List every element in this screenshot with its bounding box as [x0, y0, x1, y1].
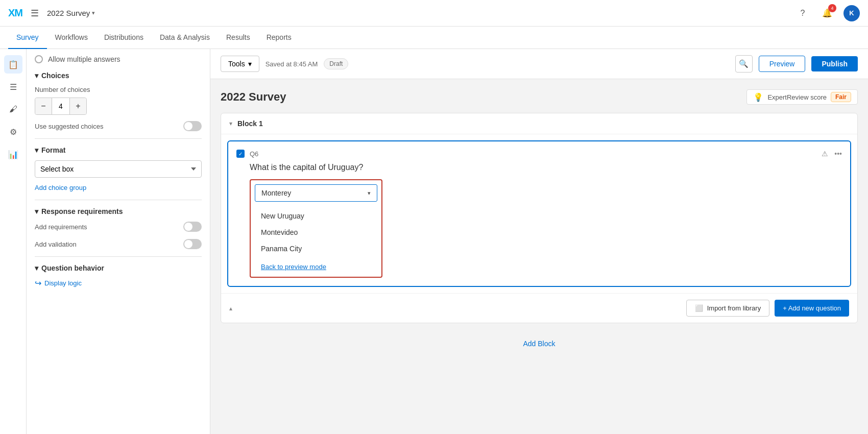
toggle-knob — [184, 122, 192, 130]
fair-badge: Fair — [831, 92, 851, 102]
divider-2 — [35, 200, 202, 200]
title-chevron-icon: ▾ — [92, 10, 95, 16]
main-layout: 📋 ☰ 🖌 ⚙ 📊 Allow multiple answers ▾ Choic… — [0, 49, 868, 434]
publish-button[interactable]: Publish — [811, 56, 858, 71]
tab-survey[interactable]: Survey — [8, 27, 47, 49]
sidebar-paint-icon[interactable]: 🖌 — [4, 100, 22, 118]
add-block-row: Add Block — [221, 331, 858, 356]
hamburger-icon[interactable]: ☰ — [31, 8, 39, 19]
format-section-header[interactable]: ▾ Format — [35, 146, 202, 154]
display-logic-link[interactable]: ↪ Display logic — [35, 278, 202, 288]
format-arrow-icon: ▾ — [35, 146, 38, 154]
tab-bar: Survey Workflows Distributions Data & An… — [0, 27, 868, 49]
sidebar-list-icon[interactable]: ☰ — [4, 78, 22, 96]
dropdown-selected-text: Monterey — [261, 189, 291, 197]
choices-section-header[interactable]: ▾ Choices — [35, 71, 202, 80]
dropdown-option-3[interactable]: Panama City — [251, 240, 381, 257]
num-choices-input[interactable] — [52, 98, 70, 114]
tab-reports[interactable]: Reports — [258, 27, 300, 49]
preview-button[interactable]: Preview — [759, 56, 806, 72]
radio-circle-icon — [35, 55, 43, 63]
ellipsis-menu-icon[interactable]: ••• — [834, 150, 842, 158]
xm-logo: XM — [8, 7, 22, 19]
add-block-link[interactable]: Add Block — [523, 340, 555, 348]
block-header: ▾ Block 1 — [221, 113, 857, 134]
question-checkbox[interactable]: ✓ — [236, 150, 245, 158]
sidebar-report-icon[interactable]: 📊 — [4, 145, 22, 163]
num-choices-control: − + — [35, 98, 87, 115]
survey-name-row: 2022 Survey 💡 ExpertReview score Fair — [221, 89, 858, 105]
expert-review-label: ExpertReview score — [767, 93, 827, 101]
tab-distributions[interactable]: Distributions — [96, 27, 152, 49]
use-suggested-toggle[interactable] — [183, 121, 202, 131]
dropdown-preview: Monterey ▾ New Uruguay Montevideo Panama… — [250, 179, 382, 278]
block-footer-arrow-icon[interactable]: ▴ — [229, 305, 232, 312]
survey-body: 2022 Survey 💡 ExpertReview score Fair ▾ … — [210, 79, 868, 366]
top-nav: XM ☰ 2022 Survey ▾ ? 🔔 4 K — [0, 0, 868, 27]
content-area: Tools ▾ Saved at 8:45 AM Draft 🔍 Preview… — [210, 49, 868, 434]
qb-arrow-icon: ▾ — [35, 264, 38, 272]
add-choice-group-link[interactable]: Add choice group — [35, 184, 202, 191]
expert-review-badge: 💡 ExpertReview score Fair — [746, 89, 858, 105]
import-library-button[interactable]: ⬜ Import from library — [686, 300, 769, 317]
tab-data-analysis[interactable]: Data & Analysis — [152, 27, 218, 49]
dropdown-options: New Uruguay Montevideo Panama City — [251, 206, 381, 259]
divider-1 — [35, 138, 202, 139]
help-button[interactable]: ? — [794, 5, 811, 21]
choices-arrow-icon: ▾ — [35, 71, 38, 80]
question-id-label: Q6 — [250, 150, 258, 158]
block-container: ▾ Block 1 ✓ Q6 ⚠ ••• What is the capital… — [221, 113, 858, 323]
question-card: ✓ Q6 ⚠ ••• What is the capital of Urugua… — [227, 140, 851, 287]
sidebar-settings-icon[interactable]: ⚙ — [4, 123, 22, 141]
footer-actions: ⬜ Import from library + Add new question — [686, 300, 849, 317]
survey-title-nav[interactable]: 2022 Survey ▾ — [47, 9, 95, 17]
tab-results[interactable]: Results — [218, 27, 258, 49]
block-collapse-icon[interactable]: ▾ — [229, 120, 232, 127]
format-select[interactable]: Select box Multiple choice Dropdown Text… — [35, 160, 202, 178]
warning-icon[interactable]: ⚠ — [822, 150, 828, 158]
left-panel: Allow multiple answers ▾ Choices Number … — [27, 49, 210, 434]
use-suggested-row: Use suggested choices — [35, 121, 202, 131]
allow-multiple-label: Allow multiple answers — [48, 55, 120, 63]
question-text: What is the capital of Uruguay? — [250, 163, 842, 172]
notification-button[interactable]: 🔔 4 — [819, 5, 835, 21]
saved-text: Saved at 8:45 AM — [266, 60, 318, 68]
add-req-toggle[interactable] — [183, 222, 202, 232]
decrease-choices-button[interactable]: − — [35, 98, 52, 114]
question-header: ✓ Q6 ⚠ ••• — [236, 150, 842, 158]
notification-badge: 4 — [828, 4, 836, 12]
add-question-button[interactable]: + Add new question — [775, 300, 849, 317]
add-requirements-row: Add requirements — [35, 222, 202, 232]
increase-choices-button[interactable]: + — [70, 98, 86, 114]
add-validation-toggle[interactable] — [183, 239, 202, 249]
bulb-icon: 💡 — [753, 92, 763, 102]
add-req-label: Add requirements — [35, 223, 87, 231]
tab-workflows[interactable]: Workflows — [47, 27, 96, 49]
toolbar: Tools ▾ Saved at 8:45 AM Draft 🔍 Preview… — [210, 49, 868, 79]
divider-3 — [35, 256, 202, 257]
icon-sidebar: 📋 ☰ 🖌 ⚙ 📊 — [0, 49, 27, 434]
num-choices-label: Number of choices — [35, 86, 202, 93]
use-suggested-label: Use suggested choices — [35, 123, 103, 130]
draft-badge: Draft — [324, 58, 348, 69]
display-logic-icon: ↪ — [35, 278, 41, 288]
add-validation-row: Add validation — [35, 239, 202, 249]
tools-chevron-icon: ▾ — [248, 60, 252, 68]
search-button[interactable]: 🔍 — [735, 55, 753, 73]
survey-name: 2022 Survey — [221, 90, 286, 104]
sidebar-survey-icon[interactable]: 📋 — [4, 55, 22, 74]
add-validation-label: Add validation — [35, 240, 77, 248]
block-title: Block 1 — [237, 119, 263, 128]
tools-button[interactable]: Tools ▾ — [221, 56, 259, 72]
dropdown-selected[interactable]: Monterey ▾ — [255, 184, 377, 202]
block-footer: ▴ ⬜ Import from library + Add new questi… — [221, 293, 857, 323]
dropdown-option-1[interactable]: New Uruguay — [251, 208, 381, 224]
resp-req-arrow-icon: ▾ — [35, 207, 38, 215]
import-icon: ⬜ — [695, 304, 703, 312]
question-behavior-header[interactable]: ▾ Question behavior — [35, 264, 202, 272]
response-req-header[interactable]: ▾ Response requirements — [35, 207, 202, 215]
dropdown-option-2[interactable]: Montevideo — [251, 224, 381, 240]
dropdown-arrow-icon: ▾ — [368, 190, 371, 197]
avatar-button[interactable]: K — [843, 5, 860, 21]
back-preview-link[interactable]: Back to preview mode — [251, 259, 381, 277]
